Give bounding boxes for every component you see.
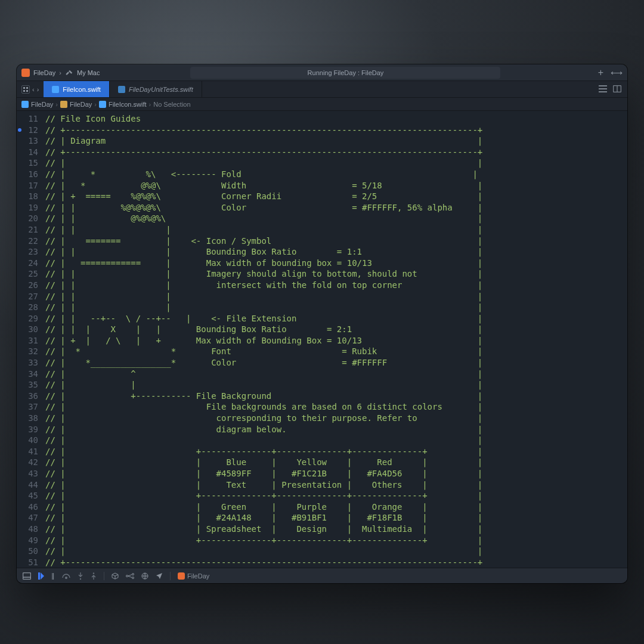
svg-point-17 [132, 573, 134, 575]
swift-file-icon [118, 86, 125, 93]
line-number: 40 [17, 435, 38, 446]
project-icon [21, 101, 29, 108]
related-items-icon[interactable] [21, 85, 30, 94]
code-line: // | Diagram | [45, 135, 627, 147]
code-line: // +------------------------------------… [45, 125, 627, 136]
app-scheme-icon [21, 69, 30, 77]
split-icon[interactable] [613, 85, 621, 94]
code-line: // | +--------------+--------------+----… [45, 535, 627, 546]
activity-status-bar[interactable]: Running FileDay : FileDay [190, 67, 500, 79]
svg-rect-2 [23, 90, 25, 92]
continue-icon[interactable] [38, 572, 44, 580]
scheme-name[interactable]: FileDay [33, 69, 55, 76]
debug-bar: ‖ FileDay [17, 568, 627, 583]
code-line: // | * @%@\ Width = 5/18 | [45, 180, 627, 191]
code-line: // | | Text | Presentation | Others | | [45, 479, 627, 491]
code-line: // | diagram below. | [45, 424, 627, 435]
line-number: 22 [17, 236, 38, 247]
code-line: // | * * Font = Rubik | [45, 346, 627, 357]
crumb-selection[interactable]: No Selection [153, 101, 190, 108]
line-number: 24 [17, 258, 38, 269]
swift-file-icon [52, 86, 59, 93]
step-out-icon[interactable] [91, 572, 97, 580]
line-number: 28 [17, 302, 38, 313]
line-number: 48 [17, 524, 38, 535]
line-number: 17 [17, 180, 38, 191]
step-over-icon[interactable] [62, 573, 70, 579]
code-line: // | | [45, 157, 627, 169]
nav-back-icon[interactable]: ‹ [32, 86, 35, 93]
code-line: // | | Blue | Yellow | Red | | [45, 457, 627, 468]
line-number: 11 [17, 113, 38, 125]
step-into-icon[interactable] [78, 572, 83, 580]
folder-icon [60, 101, 67, 108]
line-number: 38 [17, 413, 38, 424]
line-number: 46 [17, 501, 38, 513]
line-number-gutter: 1112131415161718192021222324252627282930… [17, 111, 43, 568]
line-number: 19 [17, 202, 38, 213]
code-line: // | | [45, 435, 627, 446]
debug-3d-icon[interactable] [112, 572, 119, 580]
svg-rect-6 [599, 91, 607, 92]
code-area[interactable]: // File Icon Guides// +-----------------… [43, 111, 627, 568]
hide-debug-icon[interactable] [23, 572, 31, 580]
code-line: // | ============ | Max width of boundin… [45, 258, 627, 269]
expand-icon[interactable]: ⟷ [611, 68, 623, 78]
location-icon[interactable] [156, 572, 163, 580]
code-line: // | | | Bounding Box Ratio = 1:1 | [45, 246, 627, 258]
tab-unittests[interactable]: FileDayUnitTests.swift [110, 81, 202, 97]
code-line: // | | | | [45, 291, 627, 302]
code-line: // +------------------------------------… [45, 147, 627, 158]
code-line: // | | Spreadsheet | Design | Multimedia… [45, 524, 627, 535]
code-editor[interactable]: 1112131415161718192021222324252627282930… [17, 111, 627, 568]
run-destination[interactable]: My Mac [77, 69, 100, 76]
svg-rect-11 [38, 572, 40, 580]
crumb-folder[interactable]: FileDay [60, 101, 92, 108]
pause-icon[interactable]: ‖ [51, 572, 55, 580]
code-line: // | | %@%@%@%\ Color = #FFFFFF, 56% alp… [45, 202, 627, 213]
crumb-project[interactable]: FileDay [21, 101, 53, 108]
process-selector[interactable]: FileDay [178, 572, 209, 580]
toolbar: FileDay › My Mac Running FileDay : FileD… [17, 64, 627, 81]
line-number: 41 [17, 446, 38, 457]
code-line: // | | | X | | Bounding Box Ratio = 2:1 … [45, 324, 627, 335]
code-line: // | | | [45, 379, 627, 391]
line-number: 45 [17, 490, 38, 501]
environment-icon[interactable] [141, 572, 148, 580]
crumb-file[interactable]: FileIcon.swift [99, 101, 147, 108]
memory-graph-icon[interactable] [126, 573, 134, 579]
plus-icon[interactable]: + [598, 67, 603, 78]
code-line: // | * %\ <-------- Fold | [45, 169, 627, 180]
list-icon[interactable] [599, 85, 607, 94]
code-line: // | corresponding to their purpose. Ref… [45, 413, 627, 424]
code-line: // | | #24A148 | #B91BF1 | #F18F1B | | [45, 512, 627, 524]
chevron-right-icon: › [148, 101, 153, 108]
code-line: // | | | | [45, 302, 627, 313]
tab-label: FileIcon.swift [63, 86, 101, 93]
line-number: 49 [17, 535, 38, 546]
line-number: 20 [17, 213, 38, 224]
code-line: // | | #4589FF | #F1C21B | #FA4D56 | | [45, 468, 627, 479]
code-line: // +------------------------------------… [45, 557, 627, 568]
code-line: // | +--------------+--------------+----… [45, 446, 627, 457]
line-number: 21 [17, 224, 38, 236]
code-line: // | + | / \ | + Max width of Bounding B… [45, 335, 627, 346]
code-line: // | | | intersect with the fold on top … [45, 280, 627, 291]
xcode-window: FileDay › My Mac Running FileDay : FileD… [17, 64, 627, 583]
line-number: 43 [17, 468, 38, 479]
code-line: // | *________________* Color = #FFFFFF … [45, 357, 627, 369]
code-line: // | | | Imagery should align to bottom,… [45, 268, 627, 280]
line-number: 29 [17, 313, 38, 324]
svg-rect-4 [599, 85, 607, 86]
tab-label: FileDayUnitTests.swift [129, 86, 193, 93]
line-number: 32 [17, 346, 38, 357]
code-line: // | + ===== %@%@%\ Corner Radii = 2/5 | [45, 191, 627, 202]
svg-point-15 [93, 572, 94, 574]
tab-fileicon[interactable]: FileIcon.swift [44, 81, 110, 97]
line-number: 16 [17, 169, 38, 180]
svg-point-16 [126, 575, 128, 577]
svg-point-18 [132, 577, 134, 578]
chevron-right-icon: › [54, 101, 59, 108]
nav-forward-icon[interactable]: › [37, 86, 39, 93]
line-number: 34 [17, 369, 38, 380]
